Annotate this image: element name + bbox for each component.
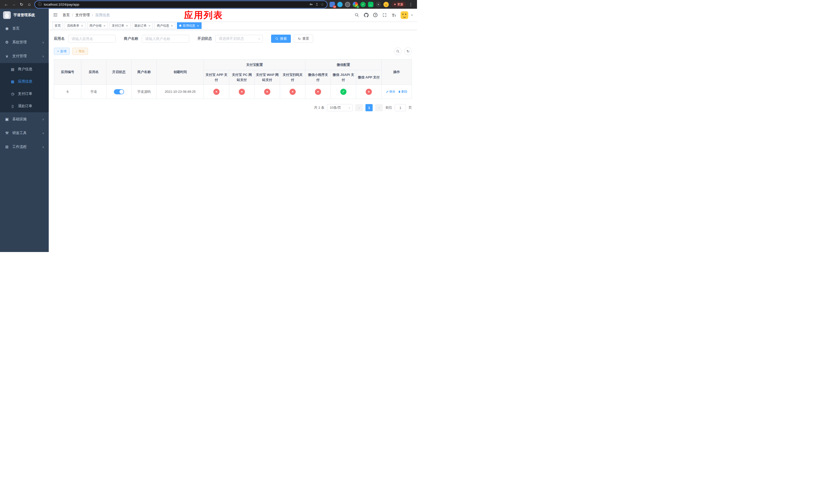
tab-refund-order[interactable]: 退款订单 × xyxy=(132,22,153,29)
breadcrumb-payment[interactable]: 支付管理 xyxy=(75,13,90,18)
tab-close-icon[interactable]: × xyxy=(103,24,106,27)
extension-green-circle-icon[interactable]: ✓ xyxy=(360,2,366,7)
home-icon[interactable]: ⌂ xyxy=(26,1,33,8)
tab-close-icon[interactable]: × xyxy=(171,24,173,27)
export-button[interactable]: ↓ 导出 xyxy=(72,48,88,55)
extension-drop-icon[interactable] xyxy=(337,2,343,7)
sidebar-item-payment[interactable]: ¥ 支付管理 ∧ xyxy=(0,49,49,63)
col-header-alipay-pc: 支付宝 PC 网站支付 xyxy=(229,70,255,85)
toggle-search-button[interactable] xyxy=(394,47,402,55)
reload-icon[interactable]: ↻ xyxy=(18,1,25,8)
password-key-icon[interactable] xyxy=(310,3,313,6)
refresh-table-button[interactable]: ↻ xyxy=(404,47,412,55)
delete-link[interactable]: 删除 xyxy=(398,90,408,94)
extension-emoji-icon[interactable]: ᴗ xyxy=(383,2,389,7)
cell-app-name: 芋道 xyxy=(81,85,106,99)
forward-icon[interactable]: → xyxy=(10,1,18,8)
extension-colorwheel-icon[interactable]: 1 xyxy=(353,2,358,7)
github-icon[interactable] xyxy=(364,13,369,18)
status-toggle[interactable] xyxy=(114,89,124,94)
tab-home[interactable]: 首页 xyxy=(52,22,63,29)
chevron-down-icon: ∨ xyxy=(349,107,350,109)
search-button[interactable]: 搜索 xyxy=(271,35,291,43)
font-size-icon[interactable]: TT xyxy=(391,13,396,18)
question-glyph: ? xyxy=(373,13,377,17)
chevron-down-icon: ∨ xyxy=(42,145,44,148)
bookmark-star-icon[interactable]: ☆ xyxy=(321,2,324,6)
app-name-input[interactable] xyxy=(68,35,116,43)
tab-process-form[interactable]: 流程表单 × xyxy=(65,22,86,29)
col-group-wechat-config: 微信配置 xyxy=(305,60,381,70)
extension-globe-icon[interactable] xyxy=(345,2,350,7)
back-icon[interactable]: ← xyxy=(3,1,10,8)
jump-suffix-label: 页 xyxy=(409,105,412,110)
avatar-chevron-down-icon[interactable]: ∨ xyxy=(411,13,413,17)
help-icon[interactable]: ? xyxy=(373,13,378,18)
cell-alipay-app: × xyxy=(204,85,229,99)
jump-page-input[interactable] xyxy=(395,104,406,111)
prev-page-button[interactable]: ‹ xyxy=(355,104,363,111)
fullscreen-icon[interactable] xyxy=(382,13,387,18)
breadcrumb-home[interactable]: 首页 xyxy=(63,13,70,18)
update-button[interactable]: 更新 xyxy=(391,1,406,7)
reset-button[interactable]: ↻ 重置 xyxy=(294,35,313,43)
sidebar-subitem-pay-order[interactable]: ◷ 支付订单 xyxy=(0,88,49,100)
add-button[interactable]: + 新增 xyxy=(54,48,70,55)
sidebar-item-system[interactable]: ⚙ 系统管理 ∨ xyxy=(0,36,49,49)
browser-menu-icon[interactable]: ⋮ xyxy=(407,1,414,8)
tab-close-icon[interactable]: × xyxy=(81,24,83,27)
sidebar-toggle-button[interactable] xyxy=(53,12,59,18)
cell-status xyxy=(106,85,132,99)
page-size-select[interactable]: 10条/页 ∨ xyxy=(327,104,353,111)
tab-close-icon[interactable]: × xyxy=(197,24,199,27)
tab-close-icon[interactable]: × xyxy=(148,24,151,27)
sidebar-subitem-app-info[interactable]: ▦ 应用信息 xyxy=(0,75,49,88)
sidebar-logo[interactable]: 芋道管理系统 xyxy=(0,9,49,22)
chevron-down-icon: ∨ xyxy=(42,118,44,121)
tab-user-group[interactable]: 用户分组 × xyxy=(87,22,108,29)
cell-alipay-qr: × xyxy=(280,85,305,99)
address-bar[interactable]: ⓘ localhost:1024/pay/app ↥ ☆ xyxy=(35,1,327,8)
app-logo-image xyxy=(3,11,11,19)
sidebar-subitem-merchant-info[interactable]: ▤ 商户信息 xyxy=(0,63,49,75)
sidebar-item-devtools[interactable]: ⚒ 研发工具 ∨ xyxy=(0,126,49,140)
yen-icon: ¥ xyxy=(5,54,9,59)
col-header-merchant-name: 商户名称 xyxy=(132,60,157,85)
cell-app-id: 6 xyxy=(54,85,81,99)
payment-submenu: ▤ 商户信息 ▦ 应用信息 ◷ 支付订单 ▯ 退款订单 xyxy=(0,63,49,112)
share-icon[interactable]: ↥ xyxy=(315,2,319,6)
tab-pay-order[interactable]: 支付订单 × xyxy=(110,22,131,29)
site-info-icon[interactable]: ⓘ xyxy=(38,2,42,7)
search-icon[interactable] xyxy=(354,13,359,18)
url-text[interactable]: localhost:1024/pay/app xyxy=(44,3,79,6)
merchant-name-input[interactable] xyxy=(142,35,189,43)
extension-pin-icon[interactable]: • xyxy=(376,2,381,7)
tab-merchant-info[interactable]: 商户信息 × xyxy=(154,22,175,29)
wechat-lite-status-icon: × xyxy=(315,89,321,95)
page-number-1[interactable]: 1 xyxy=(366,104,373,111)
status-select[interactable]: 请选择开启状态 ∨ xyxy=(215,35,263,43)
jump-prefix-label: 前往 xyxy=(386,105,392,110)
sidebar: 芋道管理系统 ◉ 首页 ⚙ 系统管理 ∨ ¥ 支付管理 ∧ ▤ 商户信息 ▦ 应… xyxy=(0,9,49,252)
sidebar-subitem-label: 应用信息 xyxy=(18,79,32,84)
sidebar-item-home[interactable]: ◉ 首页 xyxy=(0,22,49,36)
wechat-jsapi-status-icon: ✓ xyxy=(340,89,347,95)
toolbox-icon: ⚒ xyxy=(5,131,9,135)
extension-chat-icon[interactable]: … xyxy=(368,2,373,7)
extension-puzzle-icon[interactable]: 10 xyxy=(330,2,335,7)
next-page-button[interactable]: › xyxy=(375,104,383,111)
sidebar-item-infrastructure[interactable]: ▣ 基础设施 ∨ xyxy=(0,112,49,126)
sidebar-item-workflow[interactable]: ⊞ 工作流程 ∨ xyxy=(0,140,49,154)
edit-link[interactable]: 修改 xyxy=(386,90,395,94)
cell-merchant-name: 芋道源码 xyxy=(132,85,157,99)
sidebar-subitem-label: 退款订单 xyxy=(18,104,32,109)
update-label: 更新 xyxy=(397,2,403,7)
tab-app-info[interactable]: 应用信息 × xyxy=(177,22,202,29)
col-header-alipay-app: 支付宝 APP 支付 xyxy=(204,70,229,85)
tab-close-icon[interactable]: × xyxy=(126,24,128,27)
breadcrumb-separator: / xyxy=(72,13,73,17)
extension-badge: 10 xyxy=(333,5,336,8)
avatar[interactable] xyxy=(401,11,408,19)
sidebar-subitem-refund-order[interactable]: ▯ 退款订单 xyxy=(0,100,49,112)
alipay-qr-status-icon: × xyxy=(289,89,296,95)
